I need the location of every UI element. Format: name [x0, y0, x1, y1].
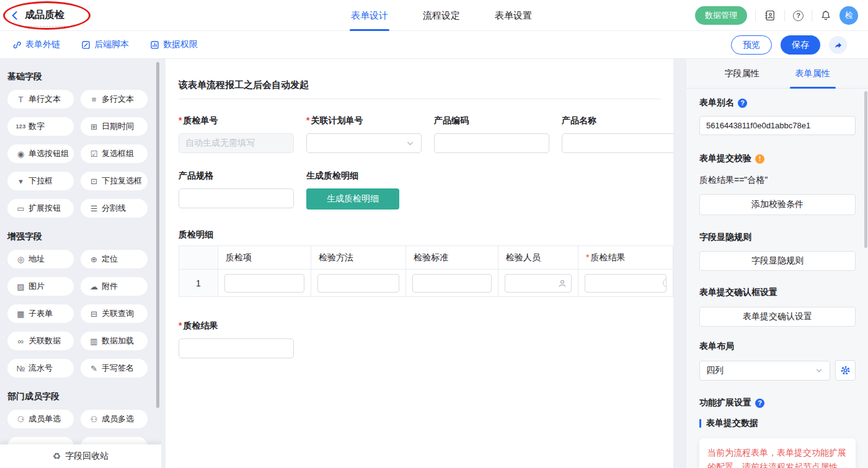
field-input[interactable]	[562, 133, 673, 153]
help-icon[interactable]: ?	[793, 11, 804, 21]
field-pill-subform[interactable]: ▦子表单	[7, 304, 74, 323]
field-pill-member-multi[interactable]: ⚇成员多选	[81, 410, 148, 428]
layout-select[interactable]: 四列	[699, 361, 830, 381]
field-label: 产品规格	[179, 170, 294, 183]
field-recycle-bin[interactable]: ♻ 字段回收站	[0, 444, 161, 468]
field-pill-dropdown-multi[interactable]: ⊡下拉复选框	[81, 172, 148, 190]
visibility-rules-button[interactable]: 字段显隐规则	[699, 251, 856, 271]
header-tab-1[interactable]: 表单设计	[351, 0, 388, 31]
field-pill-divider[interactable]: ☰分割线	[81, 199, 148, 218]
field-pill-multi-line-text[interactable]: ≡多行文本	[81, 90, 148, 108]
link-data-icon: ∞	[15, 337, 27, 346]
notification-bell-icon[interactable]	[820, 10, 831, 21]
submit-confirm-header: 表单提交确认框设置	[699, 287, 856, 298]
result-input[interactable]	[179, 338, 294, 358]
link-query-icon: ⊟	[88, 309, 100, 319]
title-edit-underline	[25, 26, 72, 27]
table-column-label: 质检结果	[586, 252, 625, 262]
field-pill-label: 成员多选	[102, 413, 134, 425]
person-icon	[558, 279, 567, 288]
chevron-down-icon	[405, 139, 415, 148]
panel-tab-2[interactable]: 表单属性	[795, 59, 830, 89]
divider-icon: ☰	[88, 204, 100, 213]
table-column-header: 检验标准	[406, 246, 498, 270]
field-pill-label: 下拉复选框	[102, 175, 142, 187]
field-input[interactable]	[434, 133, 549, 153]
toolbar-link-3[interactable]: 数据权限	[150, 39, 198, 50]
field-pill-signature[interactable]: ✎手写签名	[81, 359, 148, 377]
field-pill-datetime[interactable]: ⊞日期时间	[81, 117, 148, 136]
canvas-field-2[interactable]: 关联计划单号	[306, 115, 422, 153]
field-pill-address[interactable]: ◎地址	[7, 250, 74, 268]
field-pill-location[interactable]: ⊕定位	[81, 250, 148, 268]
table-cell-input[interactable]	[224, 274, 304, 293]
table-column-header: 检验方法	[311, 246, 406, 270]
canvas-field-3[interactable]: 产品编码	[434, 115, 549, 153]
datetime-icon: ⊞	[88, 122, 100, 131]
sidebar-scrollbar[interactable]	[156, 62, 159, 408]
field-pill-member-single[interactable]: ⚆成员单选	[7, 410, 74, 428]
user-avatar[interactable]: 检	[839, 6, 858, 25]
contact-book-icon[interactable]	[764, 9, 776, 22]
save-button[interactable]: 保存	[781, 35, 820, 55]
table-cell-input[interactable]	[505, 274, 572, 293]
result-field[interactable]: 质检结果	[179, 320, 294, 358]
panel-tab-1[interactable]: 字段属性	[725, 59, 760, 89]
toolbar-link-2[interactable]: 后端脚本	[81, 39, 129, 50]
field-pill-serial-number[interactable]: №流水号	[7, 359, 74, 377]
field-library-sidebar: 基础字段T单行文本≡多行文本123数字⊞日期时间◉单选按钮组☑复选框组▾下拉框⊡…	[0, 59, 161, 468]
toolbar-link-1[interactable]: 表单外链	[12, 39, 60, 50]
field-pill-extend-button[interactable]: ▭扩展按钮	[7, 199, 74, 218]
field-input[interactable]	[179, 188, 294, 208]
header-tab-2[interactable]: 流程设定	[423, 0, 460, 31]
extension-settings-header: 功能扩展设置 ?	[699, 397, 856, 408]
field-select[interactable]	[306, 133, 422, 153]
form-toolbar: 表单外链后端脚本数据权限 预览 保存	[0, 31, 868, 59]
submit-confirm-button[interactable]: 表单提交确认设置	[699, 307, 856, 327]
panel-tabs: 字段属性表单属性	[686, 59, 868, 89]
field-pill-attachment[interactable]: ☁附件	[81, 277, 148, 296]
help-badge-icon[interactable]: ?	[755, 399, 764, 408]
extension-settings-label: 功能扩展设置	[699, 397, 751, 408]
validation-condition[interactable]: 质检结果=="合格"	[699, 175, 856, 186]
canvas-field-6[interactable]: 生成质检明细生成质检明细	[306, 170, 422, 210]
field-pill-radio-group[interactable]: ◉单选按钮组	[7, 144, 74, 163]
field-pill-single-line-text[interactable]: T单行文本	[7, 90, 74, 108]
help-badge-icon[interactable]: ?	[738, 99, 747, 108]
field-pill-number[interactable]: 123数字	[7, 117, 74, 136]
preview-button[interactable]: 预览	[731, 35, 772, 55]
member-multi-icon: ⚇	[88, 415, 100, 424]
field-pill-data-load[interactable]: ▥数据加载	[81, 332, 148, 350]
back-button[interactable]	[9, 10, 20, 21]
canvas-field-4[interactable]: 产品名称	[562, 115, 673, 153]
table-column-label: 质检项	[226, 252, 252, 262]
field-pill-checkbox-group[interactable]: ☑复选框组	[81, 144, 148, 163]
table-cell-input[interactable]	[585, 274, 666, 293]
canvas-field-5[interactable]: 产品规格	[179, 170, 294, 210]
table-cell	[406, 270, 498, 297]
panel-scrollbar[interactable]	[864, 91, 867, 248]
field-pill-dropdown[interactable]: ▾下拉框	[7, 172, 74, 190]
warning-badge-icon[interactable]: !	[755, 154, 764, 164]
field-pill-label: 单选按钮组	[29, 148, 69, 159]
field-pill-link-data[interactable]: ∞关联数据	[7, 332, 74, 350]
data-manage-button[interactable]: 数据管理	[695, 6, 747, 25]
layout-settings-button[interactable]	[835, 360, 856, 381]
field-pill-link-query[interactable]: ⊟关联查询	[81, 304, 148, 323]
table-cell-input[interactable]	[317, 274, 399, 293]
flow-form-warning: 当前为流程表单，表单提交功能扩展的配置，请前往流程发起节点属性	[699, 438, 856, 468]
row-number-header	[179, 246, 218, 270]
form-designer-page: 成品质检 表单设计流程设定表单设置 数据管理 ? 检 表单外链后端脚本数据权限 …	[0, 0, 868, 468]
share-button[interactable]	[829, 36, 847, 54]
generate-details-button[interactable]: 生成质检明细	[306, 188, 399, 210]
canvas-field-1[interactable]: 质检单号自动生成无需填写	[179, 115, 294, 153]
inspection-detail-table: 质检项检验方法检验标准检验人员质检结果 1	[179, 245, 673, 297]
field-input[interactable]: 自动生成无需填写	[179, 133, 294, 153]
page-title[interactable]: 成品质检	[25, 9, 64, 22]
add-validation-button[interactable]: 添加校验条件	[699, 194, 856, 215]
form-alias-input[interactable]: 5616443811f0e0d1abbc78e1	[699, 116, 856, 135]
table-cell-input[interactable]	[412, 274, 492, 293]
header-tab-3[interactable]: 表单设置	[495, 0, 532, 31]
form-canvas: 该表单流程报工之后会自动发起 质检单号自动生成无需填写关联计划单号产品编码产品名…	[166, 59, 673, 468]
field-pill-image[interactable]: ▨图片	[7, 277, 74, 296]
